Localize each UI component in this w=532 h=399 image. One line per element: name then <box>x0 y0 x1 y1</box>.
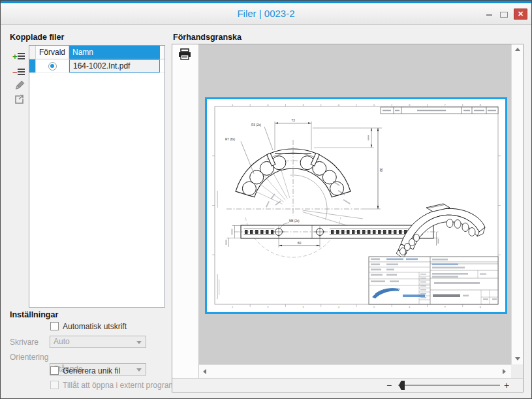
title-bar: Filer | 0023-2 <box>1 3 531 25</box>
sheet-header-strip <box>381 107 498 114</box>
row-selector <box>29 59 36 72</box>
preview-canvas[interactable]: 1 2 3 4 5 6 7 8 1 2 3 4 5 <box>199 44 511 364</box>
minimize-button[interactable] <box>486 14 492 16</box>
preview-header: Förhandsgranska <box>173 33 242 42</box>
zoom-slider-track[interactable] <box>398 385 500 386</box>
scrollbar-corner <box>511 364 523 378</box>
close-button[interactable]: ✕ <box>514 8 527 20</box>
name-cell: 164-1002.Int.pdf <box>69 59 160 72</box>
linked-files-header: Kopplade filer <box>10 33 64 42</box>
svg-text:1: 1 <box>232 103 234 106</box>
printer-label: Skrivare <box>10 338 39 347</box>
svg-text:1: 1 <box>232 306 234 309</box>
scroll-down-icon[interactable] <box>515 357 520 360</box>
preview-toolbar <box>172 44 199 378</box>
unique-file-checkbox[interactable] <box>50 366 59 375</box>
iso-view <box>396 204 485 258</box>
column-header-default[interactable]: Förvald <box>36 46 69 59</box>
remove-file-button[interactable]: − <box>12 67 25 78</box>
chevron-down-icon <box>136 341 142 344</box>
dim-thread: M8 (2x) <box>289 219 300 223</box>
scroll-left-icon[interactable] <box>203 369 206 374</box>
title-block <box>369 257 498 304</box>
add-file-button[interactable]: + <box>12 52 25 62</box>
linked-files-table: Förvald Namn 164-1002.Int.pdf <box>29 45 165 308</box>
settings-header: Inställningar <box>10 310 58 319</box>
header-gutter <box>29 46 36 59</box>
auto-print-checkbox[interactable] <box>50 322 59 330</box>
dialog-window: Filer | 0023-2 ✕ Kopplade filer + − Förv… <box>0 0 532 399</box>
open-in-new-icon <box>14 94 24 104</box>
dim-top-width: 73 <box>291 118 295 122</box>
svg-text:3: 3 <box>302 306 304 309</box>
printer-value: Auto <box>54 337 70 346</box>
svg-text:8: 8 <box>480 103 482 106</box>
zoom-in-button[interactable]: + <box>504 379 509 392</box>
edit-file-button[interactable] <box>14 80 25 91</box>
open-external-label: Tillåt att öppna i externt program <box>63 381 175 390</box>
technical-drawing: 1 2 3 4 5 6 7 8 1 2 3 4 5 <box>207 99 505 312</box>
preview-panel: 1 2 3 4 5 6 7 8 1 2 3 4 5 <box>172 44 524 392</box>
svg-text:3: 3 <box>302 103 304 106</box>
pencil-icon <box>14 80 25 91</box>
svg-text:2: 2 <box>267 103 269 106</box>
svg-text:4: 4 <box>338 306 340 309</box>
open-external-checkbox <box>50 381 59 389</box>
file-name-editor[interactable]: 164-1002.Int.pdf <box>69 59 160 72</box>
minus-icon: − <box>12 69 18 76</box>
table-header: Förvald Namn <box>29 46 164 59</box>
preview-page[interactable]: 1 2 3 4 5 6 7 8 1 2 3 4 5 <box>205 97 507 314</box>
column-header-name[interactable]: Namn <box>69 46 160 59</box>
printer-icon <box>178 48 192 61</box>
default-cell <box>36 59 69 72</box>
default-radio[interactable] <box>48 62 57 71</box>
dim-corner-radius: R3 (2x) <box>251 123 262 127</box>
open-external-button[interactable] <box>14 94 24 104</box>
svg-text:4: 4 <box>338 103 340 106</box>
maximize-button[interactable] <box>500 12 508 18</box>
scroll-right-icon[interactable] <box>503 369 506 374</box>
zoom-slider-handle[interactable] <box>399 381 405 390</box>
zoom-bar: − + <box>172 378 523 392</box>
print-button[interactable] <box>178 48 193 64</box>
dim-scallop-radius: R7 (8x) <box>225 138 236 141</box>
svg-text:6: 6 <box>409 306 411 309</box>
printer-select: Auto <box>50 336 146 348</box>
vertical-scrollbar[interactable] <box>511 44 523 364</box>
svg-text:2: 2 <box>267 306 269 309</box>
margin-note <box>217 191 220 299</box>
scroll-up-icon[interactable] <box>515 48 520 51</box>
dim-hole-spacing: 60 <box>298 241 302 245</box>
orientation-label: Orientering <box>10 353 48 362</box>
svg-text:7: 7 <box>444 306 446 309</box>
header-filler <box>160 46 164 59</box>
svg-text:6: 6 <box>409 103 411 106</box>
window-title: Filer | 0023-2 <box>1 3 531 24</box>
plus-icon: + <box>12 53 18 60</box>
svg-text:5: 5 <box>373 306 375 309</box>
unique-file-label: Generera unik fil <box>63 366 120 375</box>
svg-text:5: 5 <box>373 103 375 106</box>
dim-side-height: 80 <box>379 168 383 172</box>
auto-print-label: Automatisk utskrift <box>63 322 127 331</box>
table-row[interactable]: 164-1002.Int.pdf <box>29 59 164 73</box>
zoom-out-button[interactable]: − <box>386 379 392 392</box>
svg-text:8: 8 <box>480 306 482 309</box>
chevron-down-icon <box>136 368 142 372</box>
horizontal-scrollbar[interactable] <box>199 364 511 378</box>
svg-text:7: 7 <box>444 103 446 106</box>
